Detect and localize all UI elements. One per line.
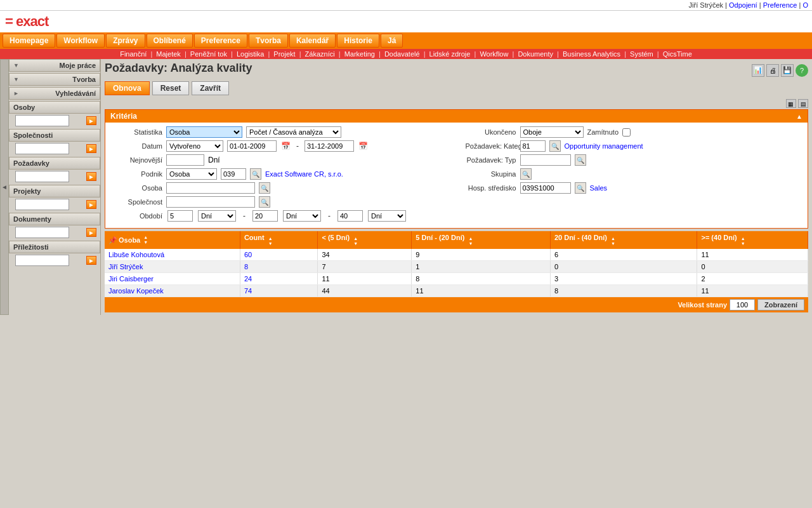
osoba-link[interactable]: Jaroslav Kopeček: [108, 287, 164, 295]
nav-zpravy[interactable]: Zprávy: [106, 34, 145, 48]
nav2-logistika[interactable]: Logistika: [237, 50, 264, 58]
sidebar-header-osoby[interactable]: Osoby: [9, 101, 100, 114]
sidebar-header-prilezitosti[interactable]: Příležitosti: [9, 241, 100, 253]
sidebar-arrow-prilezitosti[interactable]: ►: [86, 256, 96, 265]
count-link[interactable]: 8: [244, 263, 248, 271]
count-link[interactable]: 24: [244, 275, 252, 283]
sidebar-header-dokumenty[interactable]: Dokumenty: [9, 213, 100, 225]
nav-tvorba[interactable]: Tvorba: [249, 34, 288, 48]
sort-d5-20[interactable]: [468, 236, 473, 246]
sidebar-input-pozadavky[interactable]: [15, 171, 69, 182]
nav-workflow[interactable]: Workflow: [56, 34, 105, 48]
datum-from-input[interactable]: [227, 140, 277, 152]
sort-d20-40[interactable]: [611, 236, 615, 246]
sidebar-header-vyhledavani[interactable]: ► Vyhledávání: [9, 87, 100, 100]
datum-to-input[interactable]: [304, 140, 354, 152]
nejnovejsi-input[interactable]: [166, 154, 204, 166]
sidebar-arrow-spolecnosti[interactable]: ►: [86, 144, 96, 153]
pozadavek-typ-input[interactable]: [520, 154, 571, 166]
criteria-toggle-icon[interactable]: ▲: [796, 113, 802, 120]
obdobi-3-input[interactable]: [337, 210, 363, 222]
sidebar-header-spolecnosti[interactable]: Společnosti: [9, 129, 100, 142]
nav2-qicstime[interactable]: QicsTime: [663, 50, 692, 58]
sidebar-input-dokumenty[interactable]: [15, 227, 69, 238]
nav2-dodavatele[interactable]: Dodavatelé: [384, 50, 420, 58]
nav-ja[interactable]: Já: [381, 34, 403, 48]
ukonceno-select[interactable]: Oboje Ano Ne: [520, 126, 584, 138]
zamitnuto-checkbox[interactable]: [622, 128, 631, 137]
datum-type-select[interactable]: Vytvořeno Uzavřeno Změněno: [166, 140, 223, 152]
export-icon[interactable]: 📊: [752, 64, 764, 77]
sort-count[interactable]: [268, 236, 273, 246]
obdobi-2-input[interactable]: [252, 210, 278, 222]
sidebar-header-tvorba[interactable]: ▼ Tvorba: [9, 73, 100, 86]
nav-preference[interactable]: Preference: [194, 34, 247, 48]
nav2-projekt[interactable]: Projekt: [273, 50, 295, 58]
count-link[interactable]: 74: [244, 287, 252, 295]
nav2-lidske-zdroje[interactable]: Lidské zdroje: [429, 50, 471, 58]
opportunity-management-link[interactable]: Opportunity management: [565, 142, 643, 150]
spolecnost-icon-btn[interactable]: 🔍: [259, 196, 270, 208]
osoba-icon-btn[interactable]: 🔍: [259, 182, 270, 194]
obdobi-2-unit-select[interactable]: DníTýdnůMěsíců: [283, 210, 321, 222]
pozadavek-kategorie-input[interactable]: [520, 140, 546, 152]
zobrazeni-button[interactable]: Zobrazení: [757, 299, 804, 311]
pozadavek-kategorie-icon-btn[interactable]: 🔍: [549, 140, 561, 152]
nav2-dokumenty[interactable]: Dokumenty: [518, 50, 553, 58]
sidebar-input-projekty[interactable]: [15, 199, 69, 210]
sidebar-arrow-dokumenty[interactable]: ►: [86, 228, 96, 237]
osoba-link[interactable]: Jiri Caisberger: [108, 275, 154, 283]
osoba-input[interactable]: [166, 182, 255, 194]
count-link[interactable]: 60: [244, 251, 252, 258]
cal-icon-from[interactable]: 📅: [280, 141, 291, 151]
print-icon[interactable]: 🖨: [766, 64, 779, 77]
sidebar-input-prilezitosti[interactable]: [15, 255, 69, 266]
nav-kalendar[interactable]: Kalendář: [289, 34, 336, 48]
podnik-link[interactable]: Exact Software CR, s.r.o.: [265, 170, 343, 178]
sidebar-collapse-toggle[interactable]: ◄: [0, 59, 9, 315]
sidebar-input-spolecnosti[interactable]: [15, 143, 69, 154]
hosp-stredisko-link[interactable]: Sales: [590, 184, 608, 192]
podnik-type-select[interactable]: Osoba Společnost: [166, 168, 217, 180]
nav2-workflow[interactable]: Workflow: [480, 50, 508, 58]
odpojen-link[interactable]: Odpojení: [729, 1, 757, 9]
cal-icon-to[interactable]: 📅: [358, 141, 368, 151]
obdobi-3-unit-select[interactable]: DníTýdnůMěsíců: [368, 210, 406, 222]
reset-button[interactable]: Reset: [152, 81, 190, 95]
nav-oblibene[interactable]: Oblíbené: [147, 34, 193, 48]
nav2-business-analytics[interactable]: Business Analytics: [563, 50, 620, 58]
nav2-zakaznici[interactable]: Zákazníci: [305, 50, 335, 58]
sidebar-header-projekty[interactable]: Projekty: [9, 185, 100, 197]
podnik-icon-btn[interactable]: 🔍: [250, 168, 261, 180]
sort-lt5[interactable]: [353, 236, 358, 246]
nav2-system[interactable]: Systém: [630, 50, 653, 58]
podnik-code-input[interactable]: [221, 168, 246, 180]
spolecnost-input[interactable]: [166, 196, 255, 208]
save-icon[interactable]: 💾: [781, 64, 794, 77]
sidebar-header-moje-prace[interactable]: ▼ Moje práce: [9, 59, 100, 72]
sort-osoba[interactable]: [143, 235, 148, 245]
o-link[interactable]: O: [802, 1, 808, 9]
velikost-strany-input[interactable]: [730, 299, 755, 311]
hosp-stredisko-input[interactable]: [520, 182, 571, 194]
help-icon[interactable]: ?: [796, 64, 808, 77]
view-icon-1[interactable]: ▦: [786, 99, 796, 108]
osoba-link[interactable]: Libuše Kohoutová: [108, 251, 164, 258]
sidebar-header-pozadavky[interactable]: Požadavky: [9, 157, 100, 170]
logo[interactable]: = exact: [5, 13, 48, 30]
statistika-analysis-select[interactable]: Počet / Časová analýza Jiná analýza: [246, 126, 341, 138]
sidebar-arrow-osoby[interactable]: ►: [86, 116, 96, 125]
sidebar-arrow-pozadavky[interactable]: ►: [86, 172, 96, 181]
nav2-penezni-tok[interactable]: Peněžní tok: [190, 50, 227, 58]
nav-homepage[interactable]: Homepage: [3, 34, 55, 48]
pozadavek-typ-icon-btn[interactable]: 🔍: [575, 154, 586, 166]
statistika-select[interactable]: Osoba Skupina Podnik: [166, 126, 242, 138]
preference-link[interactable]: Preference: [763, 1, 797, 9]
sort-gte40[interactable]: [741, 236, 745, 246]
nav-historie[interactable]: Historie: [337, 34, 379, 48]
zavrit-button[interactable]: Zavřít: [192, 81, 229, 95]
nav2-financni[interactable]: Finanční: [120, 50, 147, 58]
hosp-stredisko-icon-btn[interactable]: 🔍: [575, 182, 586, 194]
nav2-majetek[interactable]: Majetek: [156, 50, 181, 58]
view-icon-2[interactable]: ▤: [798, 99, 808, 108]
